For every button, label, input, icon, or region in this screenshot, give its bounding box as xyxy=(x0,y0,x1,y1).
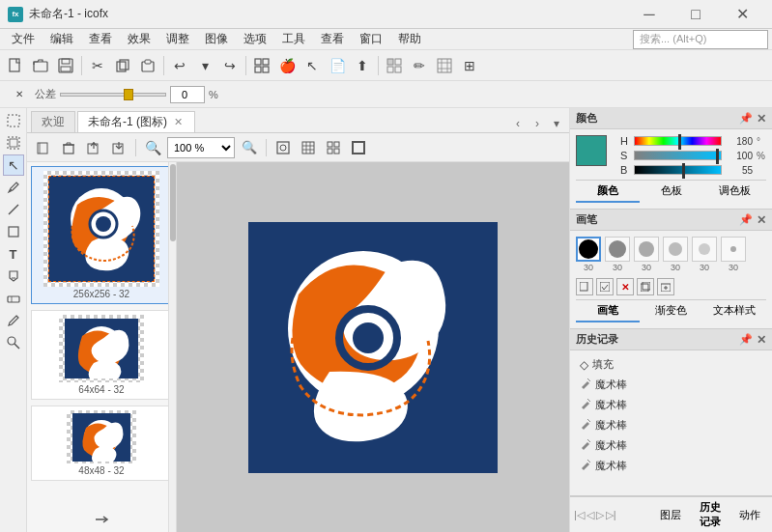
brush-sample-4[interactable] xyxy=(692,237,717,262)
menu-view2[interactable]: 查看 xyxy=(313,29,352,50)
minimize-button[interactable]: ─ xyxy=(627,0,672,29)
copy-btn[interactable] xyxy=(111,54,134,77)
brush-paste[interactable] xyxy=(657,278,674,295)
new-layer-btn[interactable] xyxy=(33,137,54,158)
brush-sample-2[interactable] xyxy=(634,237,659,262)
menu-tools[interactable]: 工具 xyxy=(274,29,313,50)
fitview-btn[interactable] xyxy=(272,137,294,158)
menu-adjust[interactable]: 调整 xyxy=(158,29,197,50)
history-item-5[interactable]: 魔术棒 xyxy=(576,456,766,476)
brush-tab-gradient[interactable]: 渐变色 xyxy=(640,300,703,322)
tab-prev[interactable]: ‹ xyxy=(509,115,527,132)
brush-sample-1[interactable] xyxy=(605,237,630,262)
doc-btn[interactable]: 📄 xyxy=(326,54,349,77)
brush-sample-0[interactable] xyxy=(576,237,601,262)
history-panel-close[interactable]: ✕ xyxy=(757,333,766,347)
tab-next[interactable]: › xyxy=(529,115,546,132)
brush-sample-3[interactable] xyxy=(663,237,688,262)
thumb-bottom-icon[interactable] xyxy=(94,512,109,530)
brush-tool[interactable] xyxy=(3,310,24,331)
menu-options[interactable]: 选项 xyxy=(236,29,274,50)
menu-image[interactable]: 图像 xyxy=(197,29,236,50)
menu-window[interactable]: 窗口 xyxy=(352,29,390,50)
text-tool[interactable]: T xyxy=(3,243,24,265)
brush-sample-5[interactable] xyxy=(721,237,746,262)
zoom-select[interactable]: 100 % 50 % 200 % 400 % xyxy=(167,137,235,158)
select-tool[interactable] xyxy=(3,110,24,131)
new-btn[interactable] xyxy=(4,54,27,77)
history-pin-icon[interactable]: 📌 xyxy=(739,333,753,346)
extract-btn[interactable]: ⊞ xyxy=(458,54,481,77)
footer-actions[interactable]: 动作 xyxy=(730,505,768,525)
arrow-tool[interactable]: ↖ xyxy=(3,154,24,176)
undo-arrow[interactable]: ▾ xyxy=(193,54,216,77)
color-tab-swatches[interactable]: 色板 xyxy=(640,181,703,203)
brush-copy[interactable] xyxy=(637,278,654,295)
redo-btn[interactable]: ↪ xyxy=(218,54,242,77)
history-first[interactable]: |◁ xyxy=(574,509,585,521)
history-item-4[interactable]: 魔术棒 xyxy=(576,435,766,456)
close-button[interactable]: ✕ xyxy=(720,0,764,29)
brush-tab-textstyle[interactable]: 文本样式 xyxy=(702,300,766,322)
history-next[interactable]: ▷ xyxy=(596,509,604,521)
history-last[interactable]: ▷| xyxy=(606,509,616,521)
undo-btn[interactable]: ↩ xyxy=(168,54,191,77)
menu-view[interactable]: 查看 xyxy=(81,29,120,50)
history-item-1[interactable]: 魔术棒 xyxy=(576,375,766,395)
view-btn1[interactable] xyxy=(383,54,406,77)
pixel-grid-btn[interactable] xyxy=(323,137,344,158)
menu-file[interactable]: 文件 xyxy=(4,29,43,50)
color-tab-color[interactable]: 颜色 xyxy=(576,181,640,203)
history-item-0[interactable]: ◇ 填充 xyxy=(576,354,766,375)
line-tool[interactable] xyxy=(3,199,24,220)
menu-help[interactable]: 帮助 xyxy=(390,29,429,50)
thumb-64[interactable]: 64x64 - 32 xyxy=(31,310,172,400)
brush-save[interactable] xyxy=(596,278,614,295)
history-item-3[interactable]: 魔术棒 xyxy=(576,415,766,435)
h-slider[interactable] xyxy=(634,136,722,146)
tab-welcome[interactable]: 欢迎 xyxy=(31,111,75,132)
zoom-tool[interactable] xyxy=(3,332,24,353)
brush-delete[interactable]: ✕ xyxy=(616,278,634,295)
footer-history[interactable]: 历史记录 xyxy=(691,497,729,532)
thumb-256[interactable]: 256x256 - 32 xyxy=(31,166,172,304)
slider-thumb[interactable] xyxy=(124,89,133,100)
grid-btn[interactable] xyxy=(298,137,319,158)
search-box[interactable]: 搜索... (Alt+Q) xyxy=(633,30,768,49)
history-prev[interactable]: ◁ xyxy=(586,509,594,521)
brush-pin-icon[interactable]: 📌 xyxy=(739,213,753,226)
paste-btn[interactable] xyxy=(136,54,159,77)
tolerance-value[interactable] xyxy=(170,86,205,103)
s-slider[interactable] xyxy=(634,151,722,160)
magic-tool[interactable] xyxy=(3,132,24,154)
view-btn2[interactable]: ✏ xyxy=(408,54,431,77)
cursor-btn[interactable]: ↖ xyxy=(300,54,324,77)
cut-btn[interactable]: ✂ xyxy=(86,54,109,77)
eraser-tool[interactable] xyxy=(3,288,24,309)
close-tolerance[interactable]: ✕ xyxy=(8,83,31,106)
tolerance-slider[interactable] xyxy=(60,93,166,97)
tab-icon[interactable]: 未命名-1 (图标) ✕ xyxy=(77,111,195,132)
thumb-48[interactable]: 48x48 - 32 xyxy=(31,406,172,481)
zoom-in-btn[interactable]: 🔍 xyxy=(239,137,260,158)
footer-layers[interactable]: 图层 xyxy=(652,505,690,525)
b-slider[interactable] xyxy=(634,165,722,175)
open-btn[interactable] xyxy=(29,54,52,77)
save-btn[interactable] xyxy=(54,54,77,77)
view-grid[interactable] xyxy=(250,54,273,77)
history-item-2[interactable]: 魔术棒 xyxy=(576,395,766,415)
zoom-out-btn[interactable]: 🔍 xyxy=(142,137,163,158)
apple-btn[interactable]: 🍎 xyxy=(275,54,299,77)
tab-list[interactable]: ▾ xyxy=(548,115,565,132)
brush-panel-close[interactable]: ✕ xyxy=(757,213,766,227)
view-btn3[interactable] xyxy=(433,54,456,77)
border-btn[interactable] xyxy=(348,137,369,158)
pen-tool[interactable] xyxy=(3,177,24,198)
maximize-button[interactable]: □ xyxy=(673,0,718,29)
import-icon-btn[interactable] xyxy=(108,137,129,158)
color-panel-close[interactable]: ✕ xyxy=(757,112,766,126)
menu-effects[interactable]: 效果 xyxy=(120,29,158,50)
color-tab-palette[interactable]: 调色板 xyxy=(702,181,766,203)
export-btn[interactable] xyxy=(83,137,104,158)
pin-icon[interactable]: 📌 xyxy=(739,112,753,125)
